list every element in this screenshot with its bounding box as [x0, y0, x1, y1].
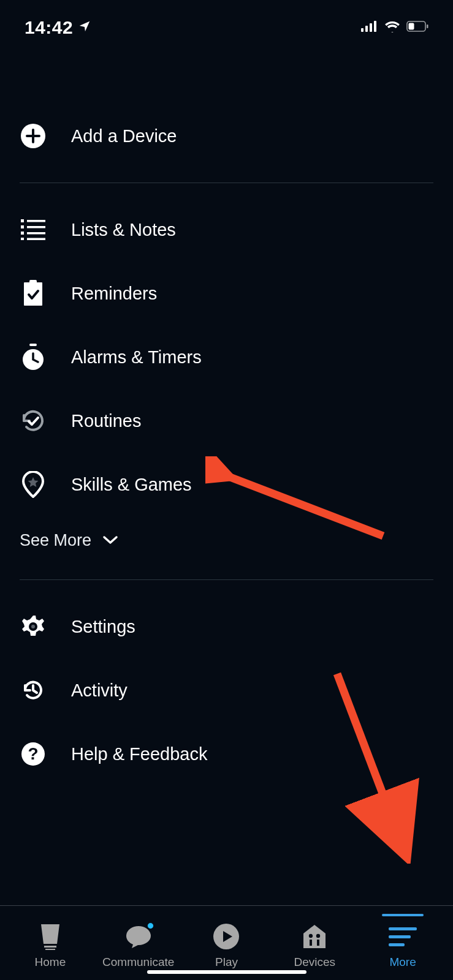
menu-item-add-device[interactable]: Add a Device [20, 104, 433, 168]
svg-rect-1 [365, 26, 368, 32]
list-icon [20, 216, 47, 243]
menu-label: Alarms & Timers [71, 347, 202, 368]
location-icon [78, 20, 91, 36]
active-tab-indicator [382, 914, 424, 916]
svg-rect-10 [21, 225, 24, 228]
history-icon [20, 677, 47, 704]
svg-text:?: ? [28, 744, 38, 763]
see-more-toggle[interactable]: See More [20, 516, 433, 565]
skills-location-star-icon [20, 471, 47, 498]
svg-rect-15 [27, 238, 45, 241]
menu-item-skills-games[interactable]: Skills & Games [20, 453, 433, 516]
tab-play[interactable]: Play [183, 922, 271, 969]
tab-home[interactable]: Home [6, 922, 94, 969]
notification-dot-icon [147, 922, 154, 929]
menu-item-lists-notes[interactable]: Lists & Notes [20, 198, 433, 262]
status-bar-right [361, 20, 428, 35]
routine-refresh-icon [20, 407, 47, 434]
svg-point-27 [309, 933, 313, 937]
menu-item-reminders[interactable]: Reminders [20, 262, 433, 325]
tab-more[interactable]: More [359, 922, 447, 969]
svg-rect-29 [310, 940, 312, 946]
svg-rect-3 [374, 21, 376, 32]
svg-rect-25 [45, 949, 55, 950]
divider [20, 579, 433, 580]
tab-label: Play [215, 956, 238, 969]
tab-communicate[interactable]: Communicate [94, 922, 183, 969]
svg-rect-31 [389, 927, 417, 930]
menu-label: Lists & Notes [71, 220, 176, 240]
tab-devices[interactable]: Devices [270, 922, 359, 969]
more-menu-content: Add a Device Lists & Notes [0, 55, 453, 905]
svg-rect-13 [27, 232, 45, 235]
svg-point-28 [316, 933, 320, 937]
menu-label: Skills & Games [71, 475, 192, 495]
tab-label: Devices [294, 956, 336, 969]
tab-label: Home [35, 956, 66, 969]
svg-rect-0 [361, 28, 364, 32]
chevron-down-icon [102, 535, 118, 547]
svg-point-21 [31, 625, 35, 628]
svg-rect-9 [27, 220, 45, 222]
wifi-icon [384, 20, 400, 35]
svg-rect-33 [389, 943, 405, 946]
svg-rect-11 [27, 226, 45, 228]
status-time: 14:42 [25, 17, 73, 38]
home-indicator[interactable] [147, 970, 306, 974]
menu-item-settings[interactable]: Settings [20, 595, 433, 658]
svg-rect-5 [427, 24, 428, 28]
bottom-tab-bar: Home Communicate Play [0, 905, 453, 980]
tab-label: Communicate [102, 956, 174, 969]
home-echo-icon [36, 922, 64, 951]
see-more-label: See More [20, 531, 91, 550]
menu-label: Help & Feedback [71, 744, 207, 764]
question-circle-icon: ? [20, 741, 47, 767]
svg-rect-2 [370, 23, 372, 32]
gear-icon [20, 613, 47, 640]
menu-item-activity[interactable]: Activity [20, 658, 433, 722]
devices-house-icon [300, 922, 329, 951]
svg-rect-32 [389, 935, 411, 938]
menu-label: Activity [71, 680, 128, 701]
menu-item-help-feedback[interactable]: ? Help & Feedback [20, 722, 433, 786]
svg-rect-30 [317, 940, 319, 946]
menu-item-alarms-timers[interactable]: Alarms & Timers [20, 325, 433, 389]
alarm-clock-icon [20, 344, 47, 371]
status-bar: 14:42 [0, 0, 453, 55]
clipboard-check-icon [20, 280, 47, 307]
svg-rect-8 [21, 219, 24, 222]
menu-item-routines[interactable]: Routines [20, 389, 433, 453]
battery-icon [406, 21, 428, 34]
svg-rect-6 [409, 23, 414, 30]
svg-rect-17 [24, 282, 42, 306]
menu-label: Add a Device [71, 126, 177, 146]
menu-label: Routines [71, 411, 141, 431]
hamburger-menu-icon [389, 922, 417, 951]
divider [20, 183, 433, 183]
tab-label: More [389, 956, 416, 969]
menu-label: Settings [71, 617, 135, 637]
svg-rect-18 [29, 344, 37, 346]
signal-icon [361, 20, 378, 35]
play-circle-icon [212, 922, 240, 951]
svg-rect-14 [21, 238, 24, 240]
svg-rect-12 [21, 232, 24, 235]
speech-bubble-icon [124, 922, 153, 951]
plus-circle-icon [20, 123, 47, 149]
svg-rect-24 [44, 946, 56, 948]
menu-label: Reminders [71, 284, 157, 304]
status-bar-left: 14:42 [25, 17, 91, 38]
